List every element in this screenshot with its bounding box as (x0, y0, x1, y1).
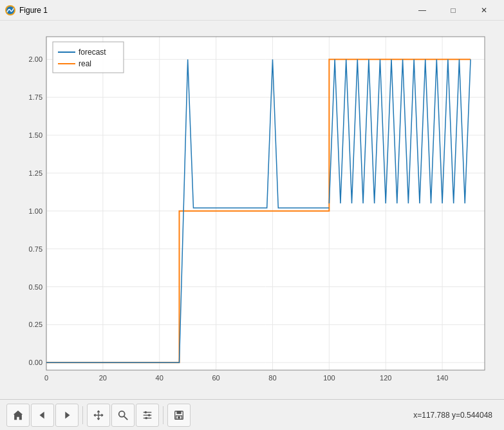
svg-point-8 (145, 416, 147, 419)
toolbar-sep-1 (82, 406, 83, 424)
window-title: Figure 1 (19, 6, 407, 15)
configure-button[interactable] (136, 404, 159, 427)
maximize-button[interactable]: □ (438, 0, 468, 21)
toolbar-sep-2 (163, 406, 163, 424)
home-button[interactable] (6, 404, 30, 427)
zoom-button[interactable] (111, 404, 135, 427)
pan-button[interactable] (87, 404, 110, 427)
main-window: Figure 1 — □ ✕ (0, 0, 504, 430)
save-button[interactable] (167, 404, 191, 427)
forward-button[interactable] (55, 404, 79, 427)
app-icon (5, 5, 15, 15)
svg-rect-10 (176, 411, 181, 414)
window-controls: — □ ✕ (407, 0, 499, 21)
svg-point-7 (148, 414, 151, 416)
svg-rect-12 (178, 416, 180, 418)
toolbar: x=117.788 y=0.544048 (0, 399, 504, 430)
chart-area (0, 21, 504, 399)
back-button[interactable] (31, 404, 54, 427)
close-button[interactable]: ✕ (469, 0, 499, 21)
chart-canvas[interactable] (6, 27, 498, 399)
svg-point-6 (145, 411, 147, 413)
svg-point-1 (119, 411, 125, 416)
chart-container[interactable] (6, 27, 498, 399)
svg-line-2 (124, 416, 127, 419)
minimize-button[interactable]: — (407, 0, 437, 21)
title-bar: Figure 1 — □ ✕ (0, 0, 504, 21)
cursor-coords: x=117.788 y=0.544048 (192, 411, 498, 420)
